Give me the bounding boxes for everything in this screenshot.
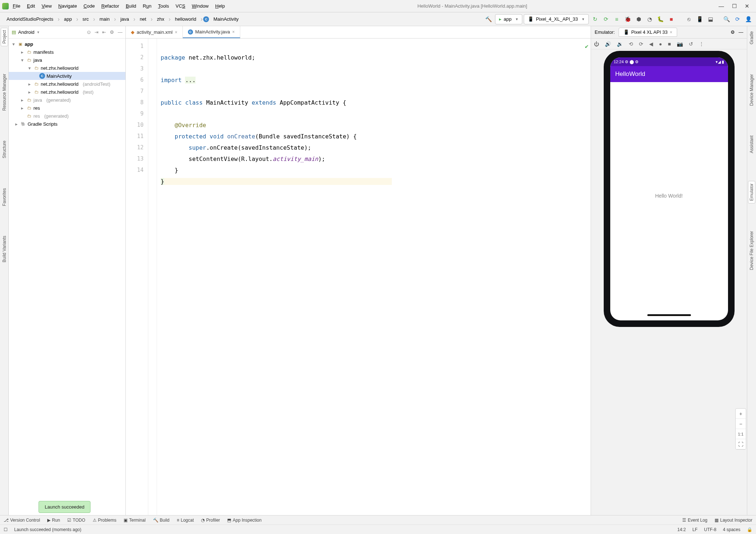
status-lock-icon[interactable]: 🔒 [747, 527, 752, 532]
emulator-screen[interactable]: 12:24 ⚙ ⬤ ⚙ ▾◢ ▮ HelloWorld Hello World! [610, 57, 728, 320]
left-tab-build-variants[interactable]: Build Variants [1, 234, 8, 264]
menu-file[interactable]: File [12, 3, 21, 9]
bottom-tab-vcs[interactable]: ⎇ Version Control [4, 518, 40, 523]
emulator-settings-icon[interactable]: ⚙ [731, 29, 735, 35]
em-snapshot-icon[interactable]: ↺ [689, 41, 693, 47]
crumb-item[interactable]: main [96, 15, 113, 23]
window-close-icon[interactable]: ✕ [745, 3, 749, 9]
search-icon[interactable]: 🔍 [722, 15, 731, 24]
right-tab-assistant[interactable]: Assistant [748, 133, 755, 155]
zoom-out-icon[interactable]: − [736, 419, 746, 429]
editor-tab-activity-main[interactable]: ◆ activity_main.xml × [126, 26, 183, 38]
tree-package-androidtest[interactable]: net.zhx.helloworld [41, 81, 79, 87]
left-tab-structure[interactable]: Structure [1, 138, 8, 161]
run-button-icon[interactable]: ↻ [590, 15, 600, 24]
right-tab-emulator[interactable]: Emulator [748, 181, 755, 203]
menu-view[interactable]: View [40, 3, 53, 9]
tree-app[interactable]: app [25, 41, 33, 47]
em-vol-down-icon[interactable]: 🔉 [617, 41, 623, 47]
status-indent[interactable]: 4 spaces [723, 527, 740, 532]
attach-debugger-icon[interactable]: 🐛 [656, 15, 665, 24]
tab-close-icon[interactable]: × [232, 29, 235, 35]
em-power-icon[interactable]: ⏻ [594, 41, 599, 47]
zoom-in-icon[interactable]: + [736, 409, 746, 419]
crumb-item[interactable]: net [136, 15, 150, 23]
left-tab-resource-manager[interactable]: Resource Manager [1, 72, 8, 113]
editor-tab-main-activity[interactable]: C MainActivity.java × [183, 26, 240, 38]
tree-java[interactable]: java [33, 57, 42, 63]
tree-package-test[interactable]: net.zhx.helloworld [41, 89, 79, 95]
avatar-placeholder-icon[interactable]: 👤 [744, 15, 753, 24]
debug-icon[interactable]: 🐞 [623, 15, 632, 24]
apply-changes-icon[interactable]: ≡ [612, 15, 622, 24]
menu-navigate[interactable]: Navigate [57, 3, 78, 9]
em-back-icon[interactable]: ◀ [649, 41, 653, 47]
crumb-item[interactable]: src [79, 15, 92, 23]
crumb-item[interactable]: app [60, 15, 76, 23]
code-editor[interactable]: ✔package net.zhx.helloworld; import ... … [157, 39, 591, 515]
device-select[interactable]: 📱 Pixel_4_XL_API_33 ▼ [524, 14, 589, 24]
tree-manifests[interactable]: manifests [33, 49, 54, 55]
project-view-label[interactable]: Android [18, 29, 35, 35]
tree-hide-icon[interactable]: — [118, 29, 122, 35]
emulator-zoom-controls[interactable]: + − 1:1 ⛶ [735, 408, 746, 450]
bottom-tab-app-inspection[interactable]: ⬒ App Inspection [227, 518, 261, 523]
bottom-tab-problems[interactable]: ⚠ Problems [93, 518, 117, 523]
menu-tools[interactable]: Tools [157, 3, 170, 9]
profiler-icon[interactable]: ◔ [645, 15, 654, 24]
tree-res-generated[interactable]: res [33, 113, 40, 119]
emulator-hide-icon[interactable]: — [739, 29, 743, 35]
left-tab-favorites[interactable]: Favorites [1, 186, 8, 208]
bottom-tab-layout-inspector[interactable]: ▦ Layout Inspector [715, 518, 752, 523]
tree-select-opened-icon[interactable]: ⊙ [87, 29, 91, 35]
tree-res[interactable]: res [33, 105, 40, 111]
tree-package-main[interactable]: net.zhx.helloworld [41, 65, 79, 71]
tree-gradle-scripts[interactable]: Gradle Scripts [28, 121, 57, 127]
emulator-device-tab[interactable]: 📱 Pixel 4 XL API 33 × [619, 28, 677, 37]
right-tab-gradle[interactable]: Gradle [748, 29, 755, 46]
em-rotate-left-icon[interactable]: ⟲ [629, 41, 633, 47]
right-tab-device-file-explorer[interactable]: Device File Explorer [748, 229, 755, 272]
em-screenshot-icon[interactable]: 📷 [677, 41, 683, 47]
tree-expand-icon[interactable]: ⇥ [94, 29, 98, 35]
tree-collapse-icon[interactable]: ⇤ [102, 29, 106, 35]
menu-help[interactable]: Help [214, 3, 226, 9]
menu-code[interactable]: Code [83, 3, 96, 9]
bottom-tab-terminal[interactable]: ▣ Terminal [124, 518, 145, 523]
crumb-item[interactable]: MainActivity [210, 15, 242, 23]
em-overview-icon[interactable]: ■ [668, 41, 671, 47]
bottom-tab-profiler[interactable]: ◔ Profiler [201, 518, 220, 523]
crumb-item[interactable]: java [117, 15, 133, 23]
tree-java-generated[interactable]: java [33, 97, 42, 103]
vcs-icon[interactable]: ⎋ [684, 15, 693, 24]
breadcrumb[interactable]: AndoridStudioProjects› app› src› main› j… [3, 15, 242, 23]
sync-icon[interactable]: ⟳ [733, 15, 742, 24]
coverage-icon[interactable]: ⬢ [634, 15, 643, 24]
em-home-icon[interactable]: ● [659, 41, 662, 47]
menu-window[interactable]: Window [191, 3, 210, 9]
left-tab-project[interactable]: Project [1, 28, 8, 46]
rerun-icon[interactable]: ⟳ [601, 15, 611, 24]
bottom-tab-logcat[interactable]: ≡ Logcat [177, 518, 194, 523]
bottom-tab-todo[interactable]: ☑ TODO [67, 518, 85, 523]
menu-edit[interactable]: Edit [26, 3, 36, 9]
em-vol-up-icon[interactable]: 🔊 [605, 41, 611, 47]
window-maximize-icon[interactable]: ☐ [732, 3, 737, 9]
editor-gutter[interactable]: 12367891011121314 [126, 39, 148, 515]
window-minimize-icon[interactable]: — [719, 3, 724, 9]
menu-vcs[interactable]: VCS [174, 3, 186, 9]
em-rotate-right-icon[interactable]: ⟳ [639, 41, 643, 47]
em-more-icon[interactable]: ⋮ [699, 41, 704, 47]
bottom-tab-run[interactable]: ▶ Run [47, 518, 60, 523]
avd-icon[interactable]: 📱 [695, 15, 704, 24]
status-checkbox-icon[interactable]: ☐ [4, 527, 8, 532]
tree-settings-icon[interactable]: ⚙ [110, 29, 114, 35]
sdk-icon[interactable]: ⬓ [706, 15, 715, 24]
zoom-fit-icon[interactable]: ⛶ [736, 439, 746, 449]
menu-build[interactable]: Build [125, 3, 137, 9]
right-tab-device-manager[interactable]: Device Manager [748, 72, 755, 108]
run-config-select[interactable]: ▸ app ▼ [495, 14, 523, 24]
hammer-build-icon[interactable]: 🔨 [484, 15, 494, 24]
stop-button-icon[interactable]: ■ [667, 15, 676, 24]
menu-run[interactable]: Run [142, 3, 153, 9]
